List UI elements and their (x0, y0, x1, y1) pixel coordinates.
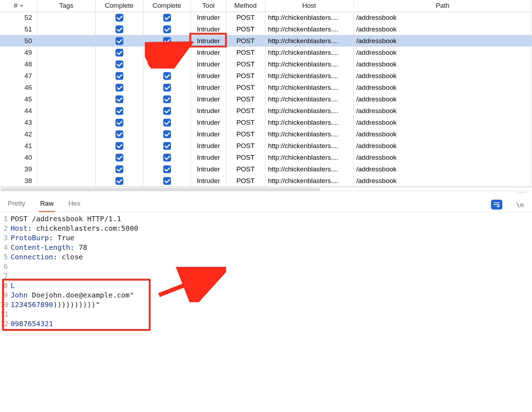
scroll-thumb[interactable] (1, 188, 320, 191)
col-tags[interactable]: Tags (37, 0, 95, 12)
cell-tool: Intruder (191, 47, 226, 58)
table-row[interactable]: 42IntruderPOSThttp://chickenblasters....… (0, 128, 532, 140)
split-drag-handle[interactable] (0, 191, 532, 194)
cell-path: /addressbook (353, 152, 532, 163)
table-row[interactable]: 45IntruderPOSThttp://chickenblasters....… (0, 93, 532, 105)
cell-complete1 (95, 93, 143, 105)
cell-complete2 (143, 82, 191, 93)
cell-complete2 (143, 93, 191, 105)
horizontal-scrollbar[interactable] (0, 187, 532, 191)
line-number: 11 (0, 310, 11, 319)
col-complete[interactable]: Complete (95, 0, 143, 12)
check-icon (163, 130, 171, 138)
line-number: 4 (0, 243, 11, 252)
cell-num: 39 (0, 163, 37, 175)
cell-path: /addressbook (353, 12, 532, 23)
cell-num: 38 (0, 175, 37, 187)
cell-host: http://chickenblasters.... (265, 105, 353, 117)
table-row[interactable]: 50IntruderPOSThttp://chickenblasters....… (0, 35, 532, 47)
editor-line[interactable]: 9John Doejohn.doe@example.com" (0, 290, 532, 300)
editor-line[interactable]: 4Content-Length: 78 (0, 243, 532, 252)
editor-line[interactable]: 5Connection: close (0, 252, 532, 262)
table-row[interactable]: 39IntruderPOSThttp://chickenblasters....… (0, 163, 532, 175)
tab-hex[interactable]: Hex (67, 198, 82, 212)
line-content[interactable]: Host: chickenblasters.com:5000 (11, 224, 138, 233)
newline-icon[interactable]: \n (514, 200, 526, 210)
table-row[interactable]: 41IntruderPOSThttp://chickenblasters....… (0, 140, 532, 152)
check-icon (163, 25, 171, 33)
cell-num: 41 (0, 140, 37, 152)
table-row[interactable]: 51IntruderPOSThttp://chickenblasters....… (0, 23, 532, 35)
line-content[interactable] (11, 271, 15, 281)
cell-num: 46 (0, 82, 37, 93)
col--[interactable]: # (0, 0, 37, 12)
line-content[interactable]: ProtoBurp: True (11, 233, 75, 243)
col-complete[interactable]: Complete (143, 0, 191, 12)
cell-complete2 (143, 47, 191, 58)
check-icon (163, 95, 171, 103)
editor-line[interactable]: 8L (0, 281, 532, 290)
editor-line[interactable]: 3ProtoBurp: True (0, 233, 532, 243)
table-row[interactable]: 43IntruderPOSThttp://chickenblasters....… (0, 117, 532, 128)
line-number: 1 (0, 214, 11, 224)
check-icon (163, 154, 171, 161)
check-icon (116, 72, 123, 80)
cell-path: /addressbook (353, 140, 532, 152)
check-icon (116, 165, 123, 173)
editor-line[interactable]: 101234567890))))))))))" (0, 300, 532, 310)
cell-complete2 (143, 117, 191, 128)
cell-complete2 (143, 70, 191, 82)
tab-raw[interactable]: Raw (39, 198, 55, 212)
cell-num: 47 (0, 70, 37, 82)
col-method[interactable]: Method (226, 0, 265, 12)
cell-num: 49 (0, 47, 37, 58)
line-content[interactable]: POST /addressbook HTTP/1.1 (11, 214, 121, 224)
check-icon (163, 165, 171, 173)
cell-tags (37, 175, 95, 187)
table-row[interactable]: 52IntruderPOSThttp://chickenblasters....… (0, 12, 532, 23)
line-content[interactable]: John Doejohn.doe@example.com" (11, 290, 134, 300)
line-content[interactable] (11, 310, 15, 319)
table-row[interactable]: 47IntruderPOSThttp://chickenblasters....… (0, 70, 532, 82)
editor-line[interactable]: 1POST /addressbook HTTP/1.1 (0, 214, 532, 224)
check-icon (116, 14, 123, 22)
line-content[interactable]: L (11, 281, 15, 290)
line-content[interactable]: 1234567890))))))))))" (11, 300, 100, 310)
editor-line[interactable]: 7 (0, 271, 532, 281)
cell-tags (37, 47, 95, 58)
table-row[interactable]: 40IntruderPOSThttp://chickenblasters....… (0, 152, 532, 163)
cell-method: POST (226, 163, 265, 175)
tab-pretty[interactable]: Pretty (6, 198, 27, 212)
table-row[interactable]: 44IntruderPOSThttp://chickenblasters....… (0, 105, 532, 117)
cell-host: http://chickenblasters.... (265, 93, 353, 105)
table-row[interactable]: 48IntruderPOSThttp://chickenblasters....… (0, 58, 532, 70)
table-header-row[interactable]: #TagsCompleteCompleteToolMethodHostPath (0, 0, 532, 12)
editor-line[interactable]: 120987654321 (0, 319, 532, 329)
line-content[interactable]: Content-Length: 78 (11, 243, 87, 252)
check-icon (116, 95, 123, 103)
cell-complete2 (143, 163, 191, 175)
col-path[interactable]: Path (353, 0, 532, 12)
table-row[interactable]: 49IntruderPOSThttp://chickenblasters....… (0, 47, 532, 58)
wrap-icon[interactable] (491, 200, 502, 210)
line-content[interactable] (11, 262, 15, 271)
cell-complete1 (95, 117, 143, 128)
col-tool[interactable]: Tool (191, 0, 226, 12)
line-content[interactable]: Connection: close (11, 252, 83, 262)
editor-line[interactable]: 11 (0, 310, 532, 319)
table-body[interactable]: 52IntruderPOSThttp://chickenblasters....… (0, 12, 532, 187)
cell-host: http://chickenblasters.... (265, 140, 353, 152)
cell-tool: Intruder (191, 117, 226, 128)
cell-num: 40 (0, 152, 37, 163)
table-row[interactable]: 38IntruderPOSThttp://chickenblasters....… (0, 175, 532, 187)
cell-complete1 (95, 140, 143, 152)
editor-line[interactable]: 2Host: chickenblasters.com:5000 (0, 224, 532, 233)
raw-request-editor[interactable]: 1POST /addressbook HTTP/1.12Host: chicke… (0, 212, 532, 336)
editor-line[interactable]: 6 (0, 262, 532, 271)
cell-tool: Intruder (191, 140, 226, 152)
request-table[interactable]: #TagsCompleteCompleteToolMethodHostPath … (0, 0, 532, 187)
line-content[interactable]: 0987654321 (11, 319, 53, 329)
cell-complete1 (95, 128, 143, 140)
table-row[interactable]: 46IntruderPOSThttp://chickenblasters....… (0, 82, 532, 93)
col-host[interactable]: Host (265, 0, 353, 12)
